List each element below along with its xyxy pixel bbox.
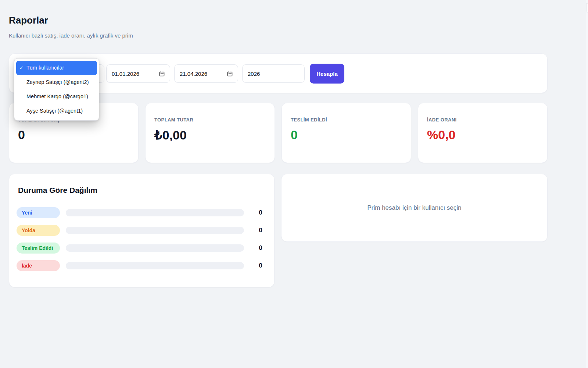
- panel-title: Duruma Göre Dağılım: [18, 186, 274, 195]
- stat-value: ₺0,00: [154, 128, 275, 142]
- status-badge: İade: [17, 260, 60, 271]
- year-input[interactable]: 2026: [242, 64, 305, 83]
- status-badge: Yeni: [17, 207, 60, 218]
- progress-track: [66, 244, 244, 252]
- dropdown-option-label: Zeynep Satışçı (@agent2): [26, 79, 89, 85]
- progress-track: [66, 227, 244, 234]
- status-row-iade: İade 0: [17, 260, 265, 271]
- year-value: 2026: [248, 71, 260, 77]
- page-subtitle: Kullanıcı bazlı satış, iade oranı, aylık…: [9, 32, 133, 39]
- status-badge: Teslim Edildi: [17, 243, 60, 254]
- scrollbar-track[interactable]: [586, 0, 588, 368]
- end-date-value: 21.04.2026: [180, 71, 207, 77]
- stat-value: 0: [291, 128, 411, 142]
- stat-card-delivered: TESLİM EDİLDİ 0: [282, 103, 411, 163]
- progress-track: [66, 262, 244, 269]
- status-row-teslim-edildi: Teslim Edildi 0: [17, 243, 265, 254]
- status-count: 0: [257, 209, 265, 216]
- calculate-button[interactable]: Hesapla: [310, 64, 344, 84]
- status-distribution-panel: Duruma Göre Dağılım Yeni 0 Yolda 0 Tesli…: [9, 174, 275, 287]
- dropdown-option-agent1[interactable]: Ayşe Satışçı (@agent1): [16, 104, 97, 118]
- status-count: 0: [257, 262, 265, 269]
- status-row-yeni: Yeni 0: [17, 207, 265, 218]
- start-date-input[interactable]: 01.01.2026: [106, 64, 170, 83]
- scrollbar-thumb[interactable]: [586, 3, 588, 13]
- prim-panel: Prim hesabı için bir kullanıcı seçin: [281, 174, 548, 242]
- dropdown-option-all-users[interactable]: ✓ Tüm kullanıcılar: [16, 61, 97, 75]
- status-count: 0: [257, 244, 265, 252]
- stat-value: 0: [18, 128, 138, 142]
- page-title: Raporlar: [9, 15, 48, 26]
- dropdown-option-cargo1[interactable]: Mehmet Kargo (@cargo1): [16, 89, 97, 104]
- progress-track: [66, 209, 244, 216]
- dropdown-option-label: Mehmet Kargo (@cargo1): [26, 93, 88, 99]
- end-date-input[interactable]: 21.04.2026: [174, 64, 238, 83]
- start-date-value: 01.01.2026: [112, 71, 139, 77]
- stat-card-total-amount: TOPLAM TUTAR ₺0,00: [145, 103, 275, 163]
- user-dropdown-menu: ✓ Tüm kullanıcılar Zeynep Satışçı (@agen…: [14, 58, 99, 121]
- stat-label: TESLİM EDİLDİ: [291, 117, 411, 123]
- stat-label: TOPLAM TUTAR: [154, 117, 275, 123]
- status-row-yolda: Yolda 0: [17, 225, 265, 236]
- calendar-icon[interactable]: [227, 71, 233, 77]
- stat-label: İADE ORANI: [427, 117, 547, 123]
- status-rows: Yeni 0 Yolda 0 Teslim Edildi 0 İade 0: [9, 207, 274, 271]
- calendar-icon[interactable]: [159, 71, 165, 77]
- stat-card-return-rate: İADE ORANI %0,0: [418, 103, 548, 163]
- check-icon: ✓: [19, 61, 24, 75]
- stat-value: %0,0: [427, 128, 547, 142]
- dropdown-option-agent2[interactable]: Zeynep Satışçı (@agent2): [16, 75, 97, 89]
- dropdown-option-label: Ayşe Satışçı (@agent1): [26, 108, 83, 114]
- dropdown-option-label: Tüm kullanıcılar: [26, 65, 64, 71]
- prim-placeholder-text: Prim hesabı için bir kullanıcı seçin: [367, 204, 461, 212]
- status-count: 0: [257, 227, 265, 234]
- status-badge: Yolda: [17, 225, 60, 236]
